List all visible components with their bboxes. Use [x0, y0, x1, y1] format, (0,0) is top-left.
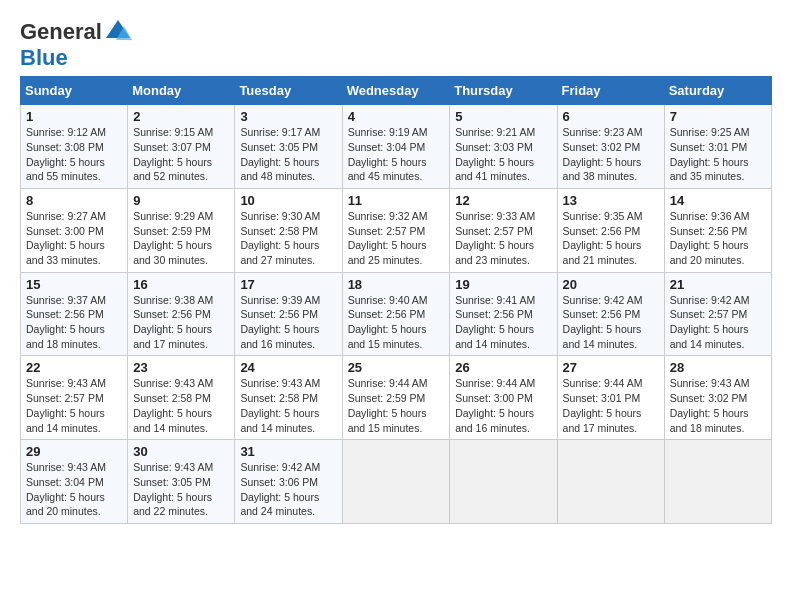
day-info: Sunrise: 9:27 AM Sunset: 3:00 PM Dayligh… — [26, 210, 106, 266]
weekday-header-tuesday: Tuesday — [235, 77, 342, 105]
day-number: 3 — [240, 109, 336, 124]
day-info: Sunrise: 9:44 AM Sunset: 3:01 PM Dayligh… — [563, 377, 643, 433]
day-number: 2 — [133, 109, 229, 124]
day-info: Sunrise: 9:43 AM Sunset: 2:57 PM Dayligh… — [26, 377, 106, 433]
calendar-cell — [450, 440, 557, 524]
calendar-cell — [557, 440, 664, 524]
day-info: Sunrise: 9:23 AM Sunset: 3:02 PM Dayligh… — [563, 126, 643, 182]
day-info: Sunrise: 9:42 AM Sunset: 3:06 PM Dayligh… — [240, 461, 320, 517]
day-info: Sunrise: 9:38 AM Sunset: 2:56 PM Dayligh… — [133, 294, 213, 350]
calendar-cell: 11Sunrise: 9:32 AM Sunset: 2:57 PM Dayli… — [342, 188, 450, 272]
day-info: Sunrise: 9:44 AM Sunset: 3:00 PM Dayligh… — [455, 377, 535, 433]
logo: General Blue — [20, 18, 132, 70]
day-info: Sunrise: 9:17 AM Sunset: 3:05 PM Dayligh… — [240, 126, 320, 182]
day-info: Sunrise: 9:43 AM Sunset: 3:04 PM Dayligh… — [26, 461, 106, 517]
calendar-cell: 7Sunrise: 9:25 AM Sunset: 3:01 PM Daylig… — [664, 105, 771, 189]
calendar-cell: 21Sunrise: 9:42 AM Sunset: 2:57 PM Dayli… — [664, 272, 771, 356]
calendar-table: SundayMondayTuesdayWednesdayThursdayFrid… — [20, 76, 772, 524]
weekday-header-wednesday: Wednesday — [342, 77, 450, 105]
day-info: Sunrise: 9:30 AM Sunset: 2:58 PM Dayligh… — [240, 210, 320, 266]
day-number: 4 — [348, 109, 445, 124]
calendar-cell: 29Sunrise: 9:43 AM Sunset: 3:04 PM Dayli… — [21, 440, 128, 524]
day-info: Sunrise: 9:37 AM Sunset: 2:56 PM Dayligh… — [26, 294, 106, 350]
calendar-cell: 30Sunrise: 9:43 AM Sunset: 3:05 PM Dayli… — [128, 440, 235, 524]
day-number: 8 — [26, 193, 122, 208]
day-number: 28 — [670, 360, 766, 375]
day-number: 13 — [563, 193, 659, 208]
day-number: 18 — [348, 277, 445, 292]
calendar-cell: 26Sunrise: 9:44 AM Sunset: 3:00 PM Dayli… — [450, 356, 557, 440]
day-number: 11 — [348, 193, 445, 208]
day-number: 29 — [26, 444, 122, 459]
calendar-cell: 6Sunrise: 9:23 AM Sunset: 3:02 PM Daylig… — [557, 105, 664, 189]
calendar-cell: 23Sunrise: 9:43 AM Sunset: 2:58 PM Dayli… — [128, 356, 235, 440]
day-number: 1 — [26, 109, 122, 124]
calendar-cell: 2Sunrise: 9:15 AM Sunset: 3:07 PM Daylig… — [128, 105, 235, 189]
day-info: Sunrise: 9:33 AM Sunset: 2:57 PM Dayligh… — [455, 210, 535, 266]
day-info: Sunrise: 9:35 AM Sunset: 2:56 PM Dayligh… — [563, 210, 643, 266]
day-info: Sunrise: 9:21 AM Sunset: 3:03 PM Dayligh… — [455, 126, 535, 182]
logo-text: General — [20, 20, 102, 44]
day-info: Sunrise: 9:12 AM Sunset: 3:08 PM Dayligh… — [26, 126, 106, 182]
calendar-cell: 18Sunrise: 9:40 AM Sunset: 2:56 PM Dayli… — [342, 272, 450, 356]
day-info: Sunrise: 9:19 AM Sunset: 3:04 PM Dayligh… — [348, 126, 428, 182]
weekday-header-sunday: Sunday — [21, 77, 128, 105]
calendar-cell — [342, 440, 450, 524]
day-info: Sunrise: 9:25 AM Sunset: 3:01 PM Dayligh… — [670, 126, 750, 182]
day-info: Sunrise: 9:43 AM Sunset: 2:58 PM Dayligh… — [133, 377, 213, 433]
day-info: Sunrise: 9:36 AM Sunset: 2:56 PM Dayligh… — [670, 210, 750, 266]
calendar-cell: 28Sunrise: 9:43 AM Sunset: 3:02 PM Dayli… — [664, 356, 771, 440]
calendar-cell: 31Sunrise: 9:42 AM Sunset: 3:06 PM Dayli… — [235, 440, 342, 524]
day-info: Sunrise: 9:42 AM Sunset: 2:57 PM Dayligh… — [670, 294, 750, 350]
calendar-cell: 10Sunrise: 9:30 AM Sunset: 2:58 PM Dayli… — [235, 188, 342, 272]
day-info: Sunrise: 9:43 AM Sunset: 3:05 PM Dayligh… — [133, 461, 213, 517]
day-number: 26 — [455, 360, 551, 375]
day-number: 19 — [455, 277, 551, 292]
calendar-cell: 27Sunrise: 9:44 AM Sunset: 3:01 PM Dayli… — [557, 356, 664, 440]
calendar-cell: 12Sunrise: 9:33 AM Sunset: 2:57 PM Dayli… — [450, 188, 557, 272]
day-info: Sunrise: 9:29 AM Sunset: 2:59 PM Dayligh… — [133, 210, 213, 266]
calendar-cell: 9Sunrise: 9:29 AM Sunset: 2:59 PM Daylig… — [128, 188, 235, 272]
day-number: 14 — [670, 193, 766, 208]
weekday-header-monday: Monday — [128, 77, 235, 105]
calendar-cell: 5Sunrise: 9:21 AM Sunset: 3:03 PM Daylig… — [450, 105, 557, 189]
day-info: Sunrise: 9:44 AM Sunset: 2:59 PM Dayligh… — [348, 377, 428, 433]
day-info: Sunrise: 9:32 AM Sunset: 2:57 PM Dayligh… — [348, 210, 428, 266]
calendar-cell: 24Sunrise: 9:43 AM Sunset: 2:58 PM Dayli… — [235, 356, 342, 440]
calendar-cell: 22Sunrise: 9:43 AM Sunset: 2:57 PM Dayli… — [21, 356, 128, 440]
day-number: 31 — [240, 444, 336, 459]
calendar-cell: 25Sunrise: 9:44 AM Sunset: 2:59 PM Dayli… — [342, 356, 450, 440]
day-info: Sunrise: 9:41 AM Sunset: 2:56 PM Dayligh… — [455, 294, 535, 350]
calendar-cell: 1Sunrise: 9:12 AM Sunset: 3:08 PM Daylig… — [21, 105, 128, 189]
day-number: 9 — [133, 193, 229, 208]
weekday-header-thursday: Thursday — [450, 77, 557, 105]
day-number: 25 — [348, 360, 445, 375]
day-info: Sunrise: 9:40 AM Sunset: 2:56 PM Dayligh… — [348, 294, 428, 350]
calendar-cell: 15Sunrise: 9:37 AM Sunset: 2:56 PM Dayli… — [21, 272, 128, 356]
day-number: 23 — [133, 360, 229, 375]
day-info: Sunrise: 9:43 AM Sunset: 3:02 PM Dayligh… — [670, 377, 750, 433]
calendar-cell: 8Sunrise: 9:27 AM Sunset: 3:00 PM Daylig… — [21, 188, 128, 272]
logo-icon — [104, 18, 132, 46]
day-number: 24 — [240, 360, 336, 375]
calendar-cell: 4Sunrise: 9:19 AM Sunset: 3:04 PM Daylig… — [342, 105, 450, 189]
day-number: 22 — [26, 360, 122, 375]
calendar-cell: 13Sunrise: 9:35 AM Sunset: 2:56 PM Dayli… — [557, 188, 664, 272]
calendar-cell: 14Sunrise: 9:36 AM Sunset: 2:56 PM Dayli… — [664, 188, 771, 272]
calendar-cell: 17Sunrise: 9:39 AM Sunset: 2:56 PM Dayli… — [235, 272, 342, 356]
day-number: 20 — [563, 277, 659, 292]
day-info: Sunrise: 9:15 AM Sunset: 3:07 PM Dayligh… — [133, 126, 213, 182]
weekday-header-saturday: Saturday — [664, 77, 771, 105]
day-number: 12 — [455, 193, 551, 208]
day-number: 7 — [670, 109, 766, 124]
day-info: Sunrise: 9:43 AM Sunset: 2:58 PM Dayligh… — [240, 377, 320, 433]
weekday-header-friday: Friday — [557, 77, 664, 105]
calendar-cell: 20Sunrise: 9:42 AM Sunset: 2:56 PM Dayli… — [557, 272, 664, 356]
calendar-cell: 3Sunrise: 9:17 AM Sunset: 3:05 PM Daylig… — [235, 105, 342, 189]
day-number: 5 — [455, 109, 551, 124]
day-number: 16 — [133, 277, 229, 292]
calendar-cell: 19Sunrise: 9:41 AM Sunset: 2:56 PM Dayli… — [450, 272, 557, 356]
day-number: 30 — [133, 444, 229, 459]
day-number: 15 — [26, 277, 122, 292]
day-number: 10 — [240, 193, 336, 208]
